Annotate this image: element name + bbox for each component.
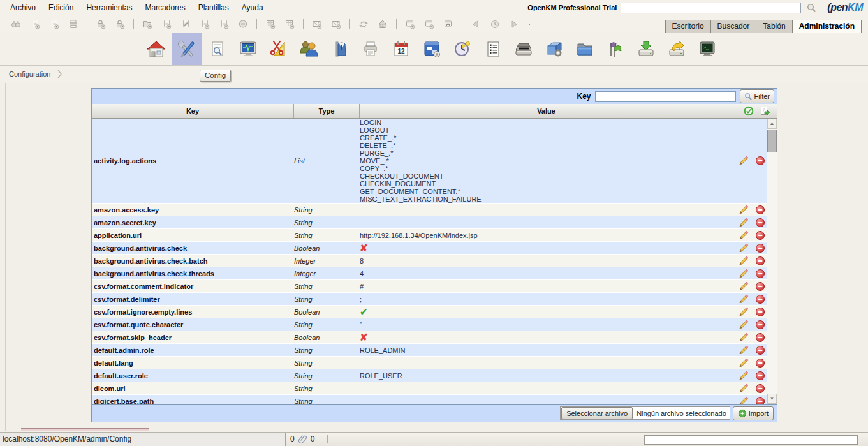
breadcrumb-item[interactable]: Configuration xyxy=(9,70,50,78)
edit-icon[interactable] xyxy=(739,345,749,355)
delete-icon[interactable] xyxy=(238,19,248,29)
delete-icon[interactable] xyxy=(755,205,765,215)
admin-icon-scanner[interactable] xyxy=(508,33,539,65)
admin-icon-users[interactable] xyxy=(294,33,325,65)
import-button[interactable]: Import xyxy=(733,406,774,420)
menu-archivo[interactable]: Archivo xyxy=(4,2,42,13)
search-icon[interactable] xyxy=(806,3,817,13)
folder-add-icon[interactable] xyxy=(142,19,152,29)
tab-escritorio[interactable]: Escritorio xyxy=(665,20,711,33)
nav-clock-icon[interactable] xyxy=(490,19,500,29)
delete-icon[interactable] xyxy=(755,243,765,253)
edit-icon[interactable] xyxy=(739,320,749,330)
mail-rem-icon[interactable] xyxy=(331,19,341,29)
export-icon[interactable] xyxy=(760,106,770,116)
admin-icon-home[interactable] xyxy=(141,33,172,65)
home-up-icon[interactable] xyxy=(378,19,388,29)
edit-icon[interactable] xyxy=(739,281,749,292)
column-header-value[interactable]: Value xyxy=(360,104,733,118)
delete-icon[interactable] xyxy=(755,383,765,394)
column-header-type[interactable]: Type xyxy=(294,104,360,118)
edit-icon[interactable] xyxy=(739,358,749,368)
lock-add-icon[interactable] xyxy=(96,19,106,29)
admin-icon-terminal[interactable]: >_ xyxy=(692,33,723,65)
menu-herramientas[interactable]: Herramientas xyxy=(80,2,138,13)
vertical-scrollbar[interactable]: ▲ ▼ xyxy=(767,119,777,404)
admin-icon-config[interactable] xyxy=(172,33,202,65)
edit-icon[interactable] xyxy=(739,269,749,279)
delete-icon[interactable] xyxy=(755,371,765,381)
print-icon[interactable] xyxy=(68,19,78,29)
menu-marcadores[interactable]: Marcadores xyxy=(138,2,191,13)
tab-tablon[interactable]: Tablón xyxy=(756,20,792,33)
delete-icon[interactable] xyxy=(755,332,765,343)
win-add-icon[interactable] xyxy=(405,19,415,29)
scroll-up-button[interactable]: ▲ xyxy=(767,119,777,129)
delete-icon[interactable] xyxy=(755,218,765,228)
scroll-thumb[interactable] xyxy=(767,130,777,152)
lock-check-icon[interactable] xyxy=(115,19,125,29)
nav-fwd-icon[interactable] xyxy=(509,19,519,29)
top-search-input[interactable] xyxy=(621,3,801,13)
filter-button[interactable]: Filter xyxy=(740,89,774,103)
delete-icon[interactable] xyxy=(755,156,765,166)
table-rem-icon[interactable] xyxy=(284,19,295,29)
delete-icon[interactable] xyxy=(755,320,765,330)
edit-icon[interactable] xyxy=(739,205,749,215)
filter-key-input[interactable] xyxy=(595,91,736,102)
check-all-icon[interactable] xyxy=(744,106,754,116)
admin-icon-clock[interactable] xyxy=(447,33,478,65)
admin-icon-activity-log[interactable] xyxy=(478,33,508,65)
admin-icon-utilities[interactable] xyxy=(263,33,294,65)
delete-icon[interactable] xyxy=(755,230,765,241)
nav-back-icon[interactable] xyxy=(471,19,481,29)
admin-icon-monitor[interactable] xyxy=(233,33,263,65)
edit-icon[interactable] xyxy=(739,156,749,166)
delete-icon[interactable] xyxy=(755,307,765,317)
edit-icon[interactable] xyxy=(739,332,749,343)
doc-del-icon[interactable] xyxy=(200,19,210,29)
edit-icon[interactable] xyxy=(739,307,749,317)
select-file-button[interactable]: Seleccionar archivo xyxy=(561,407,633,419)
mail-add-icon[interactable] xyxy=(312,19,322,29)
refresh-icon[interactable] xyxy=(358,19,369,29)
admin-icon-export-database[interactable] xyxy=(661,33,692,65)
admin-icon-preview[interactable] xyxy=(202,33,233,65)
admin-icon-profiles[interactable] xyxy=(325,33,355,65)
column-header-key[interactable]: Key xyxy=(92,104,294,118)
status-input[interactable] xyxy=(644,435,858,445)
admin-icon-reports[interactable] xyxy=(355,33,386,65)
edit-icon[interactable] xyxy=(739,243,749,253)
admin-icon-workflow[interactable] xyxy=(416,33,447,65)
doc-add-icon[interactable] xyxy=(161,19,172,29)
delete-icon[interactable] xyxy=(755,294,765,304)
tab-buscador[interactable]: Buscador xyxy=(710,20,757,33)
doc-edit-icon[interactable] xyxy=(180,19,191,29)
edit-icon[interactable] xyxy=(739,294,749,304)
delete-icon[interactable] xyxy=(755,269,765,279)
edit-icon[interactable] xyxy=(739,383,749,394)
table-add-icon[interactable] xyxy=(265,19,276,29)
delete-icon[interactable] xyxy=(755,281,765,292)
edit-icon[interactable] xyxy=(739,230,749,241)
edit-icon[interactable] xyxy=(739,371,749,381)
find-icon[interactable] xyxy=(11,19,21,29)
edit-icon[interactable] xyxy=(739,218,749,228)
edit-icon[interactable] xyxy=(739,256,749,266)
delete-icon[interactable] xyxy=(755,396,765,405)
win-resize-icon[interactable] xyxy=(443,19,453,29)
menu-edicion[interactable]: Edición xyxy=(42,2,80,13)
admin-icon-plugins[interactable] xyxy=(539,33,570,65)
delete-icon[interactable] xyxy=(755,256,765,266)
tab-administracion[interactable]: Administración xyxy=(792,20,862,33)
scroll-down-button[interactable]: ▼ xyxy=(767,394,777,404)
admin-icon-import-database[interactable] xyxy=(631,33,661,65)
edit-icon[interactable] xyxy=(739,396,749,405)
admin-icon-omr[interactable] xyxy=(600,33,631,65)
delete-icon[interactable] xyxy=(755,345,765,355)
delete-icon[interactable] xyxy=(755,358,765,368)
win-rem-icon[interactable] xyxy=(424,19,434,29)
admin-icon-folder-browser[interactable] xyxy=(570,33,600,65)
menu-ayuda[interactable]: Ayuda xyxy=(235,2,270,13)
doc-rem-icon[interactable] xyxy=(219,19,229,29)
